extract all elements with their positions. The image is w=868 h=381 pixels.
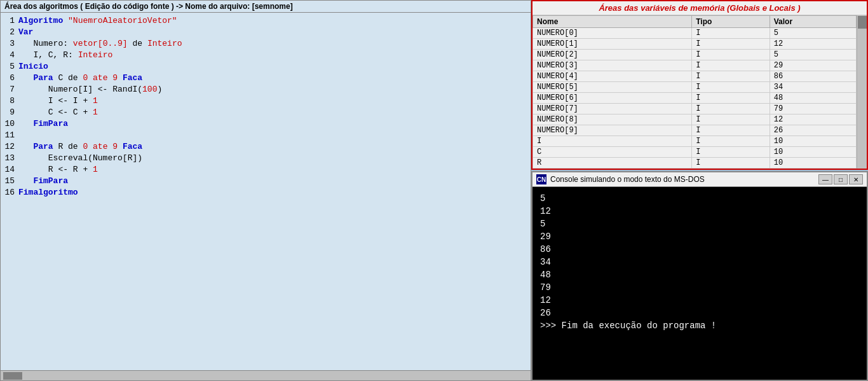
col-tipo: Tipo bbox=[692, 16, 770, 28]
code-line-13: 13 Escreval(Numero[R]) bbox=[1, 153, 531, 164]
line-content-6: Para C de 0 ate 9 Faca bbox=[18, 73, 531, 84]
line-content-2: Var bbox=[18, 27, 531, 38]
code-line-12: 12 Para R de 0 ate 9 Faca bbox=[1, 141, 531, 153]
console-line: 48 bbox=[540, 268, 859, 281]
line-num-11: 11 bbox=[1, 130, 18, 141]
console-titlebar: CN Console simulando o modo texto do MS-… bbox=[532, 172, 867, 187]
line-num-10: 10 bbox=[1, 118, 18, 130]
console-line: 5 bbox=[540, 192, 859, 205]
console-line: 5 bbox=[540, 218, 859, 230]
vars-cell-6-nome: NUMERO[6] bbox=[533, 93, 692, 104]
table-row: RI10 bbox=[533, 158, 857, 169]
vars-table-header: Nome Tipo Valor bbox=[533, 16, 857, 28]
line-content-14: R <- R + 1 bbox=[18, 164, 531, 176]
vars-cell-8-valor: 12 bbox=[770, 114, 856, 125]
code-line-10: 10 FimPara bbox=[1, 118, 531, 130]
line-num-1: 1 bbox=[1, 15, 18, 27]
console-restore-button[interactable]: □ bbox=[834, 174, 848, 184]
code-panel-title: Área dos algoritmos ( Edição do código f… bbox=[1, 1, 531, 13]
console-minimize-button[interactable]: — bbox=[818, 174, 832, 184]
code-line-4: 4 I, C, R: Inteiro bbox=[1, 50, 531, 61]
vars-cell-11-valor: 10 bbox=[770, 147, 856, 158]
line-content-10: FimPara bbox=[18, 118, 531, 130]
vars-cell-12-nome: R bbox=[533, 158, 692, 169]
code-horizontal-scrollbar[interactable] bbox=[1, 370, 531, 380]
line-num-9: 9 bbox=[1, 107, 18, 118]
vars-table: Nome Tipo Valor NUMERO[0]I5NUMERO[1]I12N… bbox=[532, 15, 857, 169]
table-row: NUMERO[5]I34 bbox=[533, 82, 857, 93]
console-line: 79 bbox=[540, 281, 859, 294]
vars-cell-12-tipo: I bbox=[692, 158, 770, 169]
vars-cell-6-tipo: I bbox=[692, 93, 770, 104]
vars-cell-4-nome: NUMERO[4] bbox=[533, 71, 692, 82]
vars-cell-5-tipo: I bbox=[692, 82, 770, 93]
console-close-button[interactable]: ✕ bbox=[849, 174, 863, 184]
line-num-4: 4 bbox=[1, 50, 18, 61]
code-area[interactable]: 1 Algoritmo "NuemroAleatorioVetor" 2 Var… bbox=[1, 13, 531, 370]
code-line-6: 6 Para C de 0 ate 9 Faca bbox=[1, 73, 531, 84]
line-num-13: 13 bbox=[1, 153, 18, 164]
vars-cell-9-valor: 26 bbox=[770, 125, 856, 136]
table-row: CI10 bbox=[533, 147, 857, 158]
line-num-12: 12 bbox=[1, 141, 18, 153]
vars-scrollbar[interactable] bbox=[857, 15, 867, 169]
line-content-4: I, C, R: Inteiro bbox=[18, 50, 531, 61]
line-num-8: 8 bbox=[1, 95, 18, 107]
line-num-3: 3 bbox=[1, 38, 18, 50]
console-body: 512529863448791226>>> Fim da execução do… bbox=[532, 187, 867, 380]
console-line: 12 bbox=[540, 205, 859, 218]
console-line: 29 bbox=[540, 230, 859, 243]
console-panel: CN Console simulando o modo texto do MS-… bbox=[531, 171, 868, 381]
line-num-6: 6 bbox=[1, 73, 18, 84]
vars-cell-8-nome: NUMERO[8] bbox=[533, 114, 692, 125]
vars-cell-0-tipo: I bbox=[692, 28, 770, 39]
vars-cell-2-nome: NUMERO[2] bbox=[533, 50, 692, 60]
line-num-15: 15 bbox=[1, 176, 18, 187]
vars-cell-7-tipo: I bbox=[692, 104, 770, 114]
console-line: 86 bbox=[540, 243, 859, 256]
table-row: NUMERO[2]I5 bbox=[533, 50, 857, 60]
vars-cell-4-valor: 86 bbox=[770, 71, 856, 82]
vars-cell-10-nome: I bbox=[533, 136, 692, 147]
table-row: NUMERO[3]I29 bbox=[533, 60, 857, 71]
line-num-14: 14 bbox=[1, 164, 18, 176]
code-line-5: 5 Inicio bbox=[1, 61, 531, 73]
code-line-9: 9 C <- C + 1 bbox=[1, 107, 531, 118]
vars-cell-10-tipo: I bbox=[692, 136, 770, 147]
code-line-2: 2 Var bbox=[1, 27, 531, 38]
code-line-1: 1 Algoritmo "NuemroAleatorioVetor" bbox=[1, 15, 531, 27]
main-container: Área dos algoritmos ( Edição do código f… bbox=[0, 0, 868, 381]
console-line: 34 bbox=[540, 256, 859, 268]
vars-cell-8-tipo: I bbox=[692, 114, 770, 125]
table-row: NUMERO[0]I5 bbox=[533, 28, 857, 39]
vars-cell-11-nome: C bbox=[533, 147, 692, 158]
table-row: NUMERO[8]I12 bbox=[533, 114, 857, 125]
vars-cell-7-valor: 79 bbox=[770, 104, 856, 114]
code-line-15: 15 FimPara bbox=[1, 176, 531, 187]
line-content-7: Numero[I] <- RandI(100) bbox=[18, 84, 531, 95]
line-content-16: Fimalgoritmo bbox=[18, 187, 531, 198]
console-title-text: Console simulando o modo texto do MS-DOS bbox=[550, 175, 818, 184]
vars-cell-0-nome: NUMERO[0] bbox=[533, 28, 692, 39]
right-panel: Áreas das variáveis de memória (Globais … bbox=[531, 0, 868, 381]
vars-cell-0-valor: 5 bbox=[770, 28, 856, 39]
vars-cell-2-valor: 5 bbox=[770, 50, 856, 60]
vars-cell-5-nome: NUMERO[5] bbox=[533, 82, 692, 93]
line-num-16: 16 bbox=[1, 187, 18, 198]
vars-panel-title: Áreas das variáveis de memória (Globais … bbox=[532, 1, 867, 15]
vars-cell-9-tipo: I bbox=[692, 125, 770, 136]
code-panel: Área dos algoritmos ( Edição do código f… bbox=[0, 0, 531, 381]
line-content-8: I <- I + 1 bbox=[18, 95, 531, 107]
vars-cell-9-nome: NUMERO[9] bbox=[533, 125, 692, 136]
vars-cell-10-valor: 10 bbox=[770, 136, 856, 147]
code-line-7: 7 Numero[I] <- RandI(100) bbox=[1, 84, 531, 95]
col-nome: Nome bbox=[533, 16, 692, 28]
vars-cell-1-nome: NUMERO[1] bbox=[533, 39, 692, 50]
vars-cell-3-nome: NUMERO[3] bbox=[533, 60, 692, 71]
line-content-5: Inicio bbox=[18, 61, 531, 73]
line-content-13: Escreval(Numero[R]) bbox=[18, 153, 531, 164]
code-line-16: 16 Fimalgoritmo bbox=[1, 187, 531, 198]
vars-cell-12-valor: 10 bbox=[770, 158, 856, 169]
code-line-14: 14 R <- R + 1 bbox=[1, 164, 531, 176]
vars-cell-1-valor: 12 bbox=[770, 39, 856, 50]
